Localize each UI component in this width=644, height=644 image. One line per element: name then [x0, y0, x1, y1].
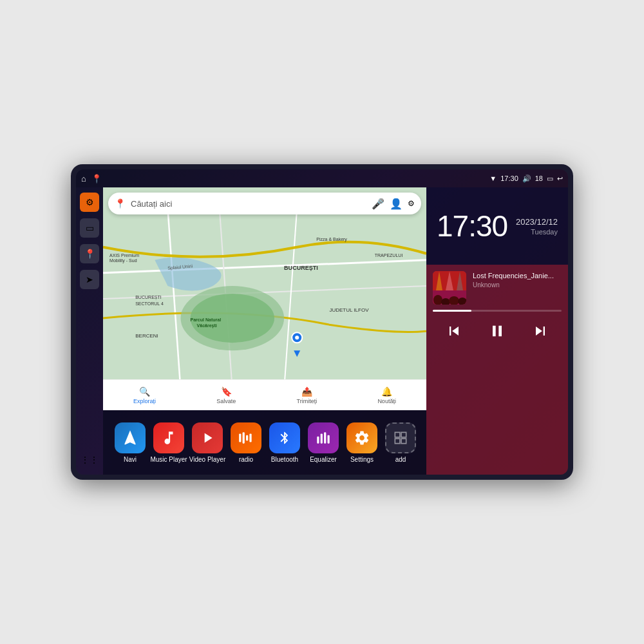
- svg-rect-26: [249, 433, 251, 442]
- app-grid: Navi Music Player Video Player: [103, 410, 426, 475]
- app-settings[interactable]: Settings: [343, 422, 381, 463]
- add-icon: [385, 422, 416, 453]
- app-navi[interactable]: Navi: [111, 422, 149, 463]
- svg-rect-23: [239, 433, 241, 442]
- clock-date: 2023/12/12 Tuesday: [516, 217, 558, 236]
- map-container[interactable]: BUCUREȘTI JUDETUL ILFOV BERCENI BUCUREȘT…: [103, 187, 426, 410]
- google-maps-icon: 📍: [115, 198, 126, 209]
- svg-point-20: [295, 336, 299, 339]
- app-bluetooth[interactable]: Bluetooth: [265, 422, 304, 463]
- battery-icon: ▭: [547, 175, 553, 183]
- home-icon[interactable]: ⌂: [81, 174, 86, 184]
- eq-label: Equalizer: [310, 456, 337, 463]
- svg-text:TRAPEZULUI: TRAPEZULUI: [375, 253, 403, 258]
- svg-rect-30: [328, 435, 330, 443]
- screen: ⌂ 📍 ▼ 17:30 🔊 18 ▭ ↩ ⚙ ▭ 📍 ➤ ⋮⋮: [76, 169, 568, 475]
- sidebar-item-settings[interactable]: ⚙: [80, 193, 99, 212]
- device-shell: ⌂ 📍 ▼ 17:30 🔊 18 ▭ ↩ ⚙ ▭ 📍 ➤ ⋮⋮: [71, 164, 573, 480]
- clock-date-main: 2023/12/12: [516, 217, 558, 227]
- svg-rect-27: [317, 436, 319, 443]
- svg-text:AXIS Premium: AXIS Premium: [109, 253, 139, 258]
- eq-icon: [308, 422, 339, 453]
- album-art: [433, 271, 466, 305]
- clock-status: 17:30: [500, 175, 518, 182]
- settings-label: Settings: [350, 456, 374, 463]
- music-section: Lost Frequencies_Janie... Unknown: [426, 265, 568, 475]
- app-music[interactable]: Music Player: [149, 422, 188, 463]
- app-add[interactable]: add: [381, 422, 420, 463]
- map-send-btn[interactable]: 📤 Trimiteți: [297, 386, 317, 404]
- radio-label: radio: [239, 456, 253, 463]
- svg-text:Pizza & Bakery: Pizza & Bakery: [316, 237, 347, 242]
- right-panel: 17:30 2023/12/12 Tuesday: [426, 187, 568, 475]
- map-saved-btn[interactable]: 🔖 Salvate: [216, 386, 236, 404]
- settings-icon: [346, 422, 377, 453]
- news-label: Noutăți: [377, 398, 396, 404]
- bt-icon: [269, 422, 300, 453]
- progress-fill: [433, 310, 471, 312]
- progress-bar[interactable]: [433, 310, 562, 312]
- more-icon[interactable]: ⚙: [408, 199, 415, 208]
- map-explore-btn[interactable]: 🔍 Explorați: [133, 386, 156, 404]
- app-radio[interactable]: radio: [227, 422, 265, 463]
- navi-label: Navi: [124, 456, 137, 463]
- battery-level: 18: [535, 175, 543, 182]
- map-news-btn[interactable]: 🔔 Noutăți: [377, 386, 396, 404]
- send-icon: 📤: [301, 386, 312, 397]
- bluetooth-label: Bluetooth: [271, 456, 298, 463]
- play-pause-button[interactable]: [486, 319, 509, 346]
- status-bar: ⌂ 📍 ▼ 17:30 🔊 18 ▭ ↩: [76, 169, 568, 187]
- sidebar-item-nav[interactable]: ➤: [80, 270, 99, 289]
- app-equalizer[interactable]: Equalizer: [304, 422, 343, 463]
- clock-time: 17:30: [437, 211, 507, 241]
- app-video[interactable]: Video Player: [188, 422, 227, 463]
- music-controls: [433, 319, 562, 346]
- map-svg: BUCUREȘTI JUDETUL ILFOV BERCENI BUCUREȘT…: [103, 187, 426, 410]
- svg-text:Mobility - Sud: Mobility - Sud: [109, 258, 137, 263]
- saved-icon: 🔖: [221, 386, 232, 397]
- sidebar-item-location[interactable]: 📍: [80, 244, 99, 263]
- status-left: ⌂ 📍: [81, 174, 102, 184]
- status-right: ▼ 17:30 🔊 18 ▭ ↩: [489, 175, 563, 183]
- center-area: BUCUREȘTI JUDETUL ILFOV BERCENI BUCUREȘT…: [103, 187, 426, 475]
- music-artist: Unknown: [473, 281, 562, 289]
- prev-button[interactable]: [442, 319, 466, 346]
- clock-date-day: Tuesday: [516, 228, 558, 236]
- volume-icon: 🔊: [522, 175, 531, 183]
- svg-rect-29: [324, 432, 326, 443]
- mic-icon[interactable]: 🎤: [372, 198, 384, 210]
- video-icon: [192, 422, 223, 453]
- svg-text:JUDETUL ILFOV: JUDETUL ILFOV: [329, 307, 369, 313]
- account-icon[interactable]: 👤: [390, 198, 402, 210]
- music-top: Lost Frequencies_Janie... Unknown: [433, 271, 562, 305]
- map-bottom-bar: 🔍 Explorați 🔖 Salvate 📤 Trimiteți �: [103, 379, 426, 410]
- next-button[interactable]: [529, 319, 552, 346]
- svg-rect-28: [321, 433, 323, 443]
- svg-rect-24: [243, 432, 245, 443]
- music-info: Lost Frequencies_Janie... Unknown: [473, 271, 562, 289]
- music-label: Music Player: [150, 456, 187, 463]
- sidebar-item-apps[interactable]: ⋮⋮: [80, 450, 99, 469]
- saved-label: Salvate: [216, 398, 236, 404]
- sidebar-item-files[interactable]: ▭: [80, 218, 99, 238]
- news-icon: 🔔: [381, 386, 392, 397]
- radio-icon: [231, 422, 261, 453]
- wifi-icon: ▼: [489, 175, 497, 182]
- explore-icon: 🔍: [139, 386, 150, 397]
- send-label: Trimiteți: [297, 398, 317, 404]
- map-search-text[interactable]: Căutați aici: [131, 199, 366, 209]
- explore-label: Explorați: [133, 398, 156, 404]
- location-icon[interactable]: 📍: [91, 174, 102, 184]
- svg-text:SECTORUL 4: SECTORUL 4: [135, 301, 164, 306]
- music-icon: [153, 422, 184, 453]
- clock-section: 17:30 2023/12/12 Tuesday: [426, 187, 568, 265]
- svg-text:BUCUREȘTI: BUCUREȘTI: [284, 265, 318, 271]
- map-search-bar[interactable]: 📍 Căutați aici 🎤 👤 ⚙: [108, 193, 421, 214]
- svg-text:BERCENI: BERCENI: [135, 333, 158, 339]
- back-icon[interactable]: ↩: [557, 175, 563, 183]
- navi-icon: [115, 422, 146, 453]
- svg-rect-25: [246, 435, 248, 440]
- svg-text:Văcărești: Văcărești: [197, 323, 217, 328]
- sidebar: ⚙ ▭ 📍 ➤ ⋮⋮: [76, 187, 103, 475]
- add-label: add: [395, 456, 406, 463]
